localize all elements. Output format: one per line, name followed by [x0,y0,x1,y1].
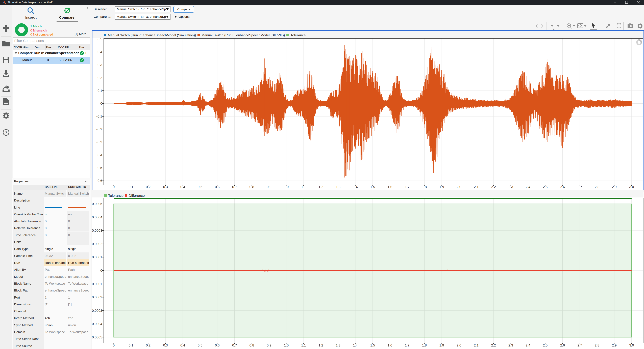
svg-text:2.4: 2.4 [526,344,530,347]
svg-text:0.0001: 0.0001 [92,255,102,259]
svg-text:0.9: 0.9 [267,185,271,189]
svg-text:0.5: 0.5 [98,37,102,41]
svg-text:1.5: 1.5 [370,185,375,189]
svg-text:0.1: 0.1 [128,185,133,189]
svg-text:0.2: 0.2 [146,344,150,347]
svg-text:1.7: 1.7 [405,344,410,347]
svg-text:1.9: 1.9 [439,185,444,189]
svg-text:2.1: 2.1 [474,344,478,347]
svg-text:0.7: 0.7 [232,344,237,347]
svg-text:1.2: 1.2 [318,185,323,189]
svg-text:2.8: 2.8 [595,185,599,189]
svg-text:Tolerance: Tolerance [108,194,124,197]
svg-text:0: 0 [100,269,102,272]
svg-text:Manual Switch (Run 7: enhanceS: Manual Switch (Run 7: enhanceSpeechModel… [108,33,196,37]
svg-text:2.2: 2.2 [491,344,496,347]
svg-text:1.6: 1.6 [388,185,392,189]
svg-text:2.6: 2.6 [560,185,565,189]
svg-text:-0.1: -0.1 [96,114,102,118]
svg-text:0.5: 0.5 [198,185,202,189]
svg-text:-0.2: -0.2 [96,127,102,131]
svg-text:1.7: 1.7 [405,185,410,189]
svg-text:0: 0 [113,344,114,347]
svg-text:1.3: 1.3 [336,344,340,347]
svg-text:-0.6: -0.6 [96,179,102,183]
svg-text:0.7: 0.7 [232,185,237,189]
svg-text:0.0004: 0.0004 [92,215,102,219]
svg-text:0.0003: 0.0003 [92,229,102,232]
svg-text:2.0: 2.0 [456,344,461,347]
svg-text:2.3: 2.3 [508,344,513,347]
svg-text:1.8: 1.8 [422,185,427,189]
svg-text:1.9: 1.9 [439,344,444,347]
svg-text:-0.0001: -0.0001 [92,282,102,286]
svg-text:1.4: 1.4 [353,344,358,347]
svg-text:Difference: Difference [129,194,145,197]
svg-text:1.3: 1.3 [336,185,340,189]
svg-text:0.4: 0.4 [180,344,185,347]
svg-text:2.4: 2.4 [526,185,530,189]
svg-text:2.5: 2.5 [543,344,548,347]
svg-text:0.2: 0.2 [146,185,150,189]
svg-text:Tolerance: Tolerance [290,33,306,37]
svg-text:2.0: 2.0 [456,185,461,189]
svg-text:0.9: 0.9 [267,344,271,347]
svg-text:1.8: 1.8 [422,344,427,347]
svg-text:0.4: 0.4 [98,50,102,54]
svg-text:0.8: 0.8 [250,344,254,347]
svg-text:1.2: 1.2 [318,344,323,347]
svg-text:1.5: 1.5 [370,344,375,347]
svg-text:2.3: 2.3 [508,185,513,189]
svg-text:1.6: 1.6 [388,344,392,347]
svg-text:0.1: 0.1 [128,344,133,347]
svg-text:2.9: 2.9 [612,344,617,347]
svg-text:2.7: 2.7 [578,344,582,347]
svg-text:3.0: 3.0 [629,344,634,347]
svg-text:0.6: 0.6 [215,185,220,189]
svg-text:-0.0002: -0.0002 [92,295,102,299]
svg-text:-0.5: -0.5 [96,166,102,170]
svg-text:0.4: 0.4 [180,185,185,189]
svg-text:1.4: 1.4 [353,185,358,189]
svg-text:0: 0 [100,102,102,105]
svg-text:1.1: 1.1 [301,185,306,189]
svg-text:0.5: 0.5 [198,344,202,347]
svg-text:0.8: 0.8 [250,185,254,189]
svg-text:1.0: 1.0 [284,185,288,189]
svg-text:0.3: 0.3 [98,63,102,67]
svg-text:2.7: 2.7 [578,185,582,189]
svg-text:-0.0005: -0.0005 [92,336,102,339]
svg-text:2.8: 2.8 [595,344,599,347]
svg-text:0.3: 0.3 [163,185,168,189]
svg-text:-0.4: -0.4 [96,153,102,157]
svg-text:0.6: 0.6 [215,344,220,347]
svg-text:2.6: 2.6 [560,344,565,347]
svg-text:0: 0 [113,185,114,189]
svg-text:2.1: 2.1 [474,185,478,189]
svg-text:0.0005: 0.0005 [92,202,102,206]
svg-text:1.1: 1.1 [301,344,306,347]
svg-text:-0.3: -0.3 [96,140,102,144]
svg-text:3.0: 3.0 [629,185,634,189]
svg-text:2.2: 2.2 [491,185,496,189]
svg-text:0.3: 0.3 [163,344,168,347]
svg-text:-0.0003: -0.0003 [92,309,102,313]
svg-text:0.2: 0.2 [98,76,102,80]
svg-text:0.0002: 0.0002 [92,242,102,246]
svg-text:-0.0004: -0.0004 [92,322,102,326]
svg-text:?: ? [5,131,7,134]
svg-text:Manual Switch (Run 8: enhanceS: Manual Switch (Run 8: enhanceSpeechModel… [202,33,285,37]
svg-text:1.0: 1.0 [284,344,288,347]
svg-text:2.9: 2.9 [612,185,617,189]
svg-text:0.1: 0.1 [98,89,102,92]
svg-text:2.5: 2.5 [543,185,548,189]
